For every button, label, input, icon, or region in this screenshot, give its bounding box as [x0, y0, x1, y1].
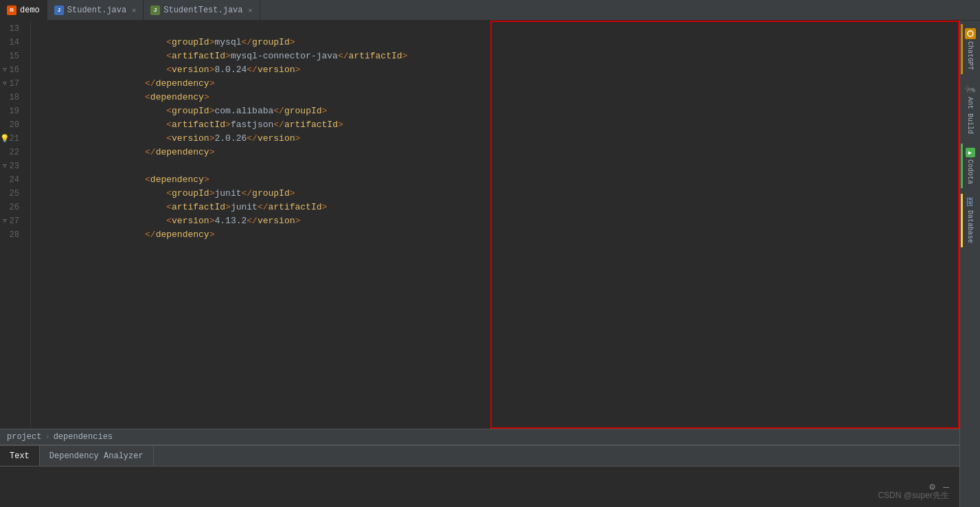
tab-text[interactable]: Text	[0, 446, 40, 466]
breadcrumb-separator: ›	[45, 432, 49, 442]
tab-dependency-analyzer[interactable]: Dependency Analyzer	[40, 446, 154, 466]
fold-icon-16[interactable]: ▽	[1, 67, 8, 74]
bulb-icon-21[interactable]: 💡	[0, 132, 10, 146]
tab-demo-label: demo	[20, 5, 40, 15]
tab-java-icon-1: J	[54, 5, 64, 15]
line-13: 13	[0, 22, 25, 36]
svg-point-0	[968, 31, 973, 36]
editor-area[interactable]: 13 14 15 ▽ 16 ▽ 17	[0, 21, 959, 429]
breadcrumb-project[interactable]: project	[7, 432, 41, 442]
line-21: 💡 21	[0, 132, 25, 146]
tab-java-icon-2: J	[150, 5, 160, 15]
tab-student-close[interactable]: ✕	[132, 6, 136, 14]
line-17: ▽ 17	[0, 77, 25, 91]
tab-student-label: Student.java	[67, 5, 126, 15]
fold-icon-27[interactable]: ▽	[1, 218, 8, 225]
code-editor[interactable]: <groupId>mysql</groupId> <artifactId>mys…	[31, 21, 958, 429]
tab-bar: m demo J Student.java ✕ J StudentTest.ja…	[0, 0, 980, 21]
chatgpt-label: ChatGPT	[966, 41, 974, 70]
tab-text-label: Text	[10, 451, 30, 461]
breadcrumb-dependencies[interactable]: dependencies	[54, 432, 113, 442]
code-container: 13 14 15 ▽ 16 ▽ 17	[0, 21, 958, 429]
bottom-panel: ⚙ — CSDN @super先生	[0, 466, 959, 507]
bottom-tab-bar: Text Dependency Analyzer	[0, 445, 959, 466]
line-25: 25	[0, 187, 25, 201]
line-16: ▽ 16	[0, 63, 25, 77]
tab-student-java[interactable]: J Student.java ✕	[47, 0, 144, 21]
line-26: 26	[0, 201, 25, 214]
tab-studenttest-label: StudentTest.java	[163, 5, 242, 15]
codota-label: Codota	[966, 159, 974, 184]
tab-m-icon: m	[7, 5, 16, 15]
chatgpt-icon	[965, 28, 976, 39]
ant-build-icon: 🐜	[965, 84, 976, 95]
sidebar-tool-ant-build[interactable]: 🐜 Ant Build	[961, 80, 980, 138]
breadcrumb: project › dependencies	[0, 429, 959, 445]
line-20: 20	[0, 118, 25, 132]
line-27: ▽ 27	[0, 214, 25, 228]
database-label: Database	[966, 210, 974, 243]
tab-dependency-label: Dependency Analyzer	[49, 451, 144, 461]
codota-icon: ▶	[966, 148, 975, 157]
fold-icon-23[interactable]: ▽	[1, 163, 8, 170]
line-24: 24	[0, 173, 25, 187]
tab-demo[interactable]: m demo	[0, 0, 47, 21]
line-19: 19	[0, 104, 25, 118]
line-23: ▽ 23	[0, 159, 25, 173]
ant-build-label: Ant Build	[966, 97, 974, 134]
sidebar-tool-database[interactable]: 🗄 Database	[961, 194, 980, 247]
database-icon: 🗄	[966, 198, 975, 208]
sidebar-tool-chatgpt[interactable]: ChatGPT	[961, 24, 980, 74]
line-numbers: 13 14 15 ▽ 16 ▽ 17	[0, 21, 31, 429]
sidebar-tool-codota[interactable]: ▶ Codota	[961, 144, 980, 188]
fold-icon-17[interactable]: ▽	[1, 80, 8, 87]
line-22: 22	[0, 146, 25, 159]
line-18: 18	[0, 91, 25, 104]
right-sidebar: ChatGPT 🐜 Ant Build ▶ Codota 🗄 Database	[959, 21, 980, 507]
line-28: 28	[0, 228, 25, 242]
code-line-23: <dependency>	[38, 159, 958, 173]
line-15: 15	[0, 49, 25, 63]
tab-studenttest-close[interactable]: ✕	[248, 6, 252, 14]
code-line-13: <groupId>mysql</groupId>	[38, 22, 958, 36]
tab-studenttest-java[interactable]: J StudentTest.java ✕	[144, 0, 260, 21]
watermark: CSDN @super先生	[878, 490, 949, 502]
line-14: 14	[0, 36, 25, 49]
